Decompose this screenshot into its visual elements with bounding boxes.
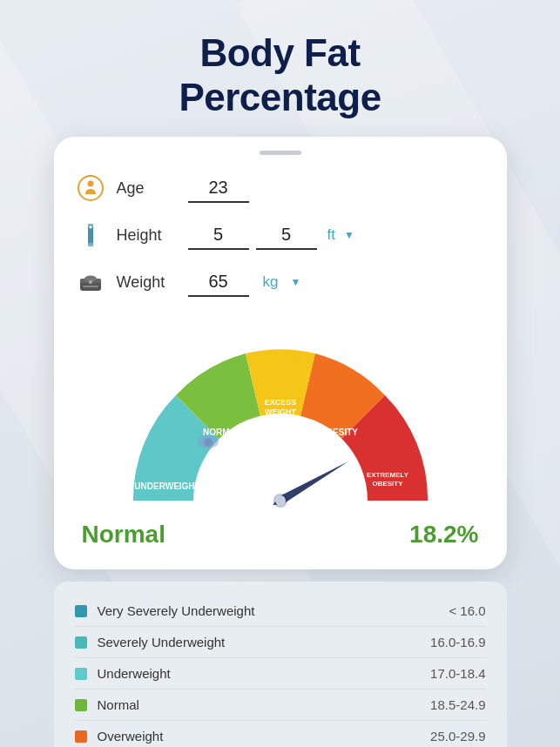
- svg-text:OBESITY: OBESITY: [372, 480, 403, 488]
- height-unit: ft: [327, 226, 335, 244]
- svg-point-4: [89, 226, 91, 229]
- legend-item-name: Underweight: [98, 666, 431, 681]
- weight-row: Weight kg ▼: [75, 266, 486, 298]
- drag-handle: [260, 151, 301, 155]
- legend-row: Normal 18.5-24.9: [75, 689, 486, 720]
- svg-text:UNDERWEIGHT: UNDERWEIGHT: [134, 481, 199, 491]
- main-card: Age Height ft ▼: [54, 137, 507, 569]
- legend-color-swatch: [75, 699, 87, 711]
- legend-item-range: 18.5-24.9: [430, 697, 485, 712]
- weight-unit: kg: [263, 273, 279, 291]
- age-input[interactable]: [188, 174, 249, 203]
- age-row: Age: [75, 172, 486, 204]
- legend-item-range: < 16.0: [449, 603, 485, 618]
- legend-item-range: 25.0-29.9: [430, 729, 485, 744]
- page-title: Body Fat Percentage: [179, 31, 381, 119]
- result-row: Normal 18.2%: [75, 521, 486, 548]
- svg-text:EXTREMELY: EXTREMELY: [366, 471, 408, 479]
- svg-point-0: [78, 176, 103, 200]
- svg-rect-9: [83, 286, 98, 287]
- svg-text:WEIGHT: WEIGHT: [265, 407, 296, 416]
- legend-color-swatch: [75, 668, 87, 680]
- weight-dropdown-arrow[interactable]: ▼: [290, 276, 300, 288]
- legend-color-swatch: [75, 730, 87, 743]
- height-icon-svg: [77, 221, 105, 249]
- svg-text:EXCESS: EXCESS: [264, 398, 296, 407]
- age-icon-svg: [77, 174, 105, 202]
- legend-row: Very Severely Underweight < 16.0: [75, 596, 486, 626]
- legend-item-name: Normal: [98, 697, 431, 712]
- legend-row: Underweight 17.0-18.4: [75, 657, 486, 689]
- weight-label: Weight: [117, 273, 178, 292]
- svg-text:OBESITY: OBESITY: [320, 427, 358, 437]
- legend-color-swatch: [75, 605, 87, 617]
- gauge-container: UNDERWEIGHT NORMAL EXCESS WEIGHT OBESITY…: [75, 313, 486, 514]
- legend-color-swatch: [75, 636, 87, 649]
- height-inches-input[interactable]: [256, 221, 317, 250]
- legend-row: Severely Underweight 16.0-16.9: [75, 626, 486, 657]
- height-dropdown-arrow[interactable]: ▼: [344, 229, 354, 241]
- height-row: Height ft ▼: [75, 219, 486, 251]
- legend-item-range: 16.0-16.9: [430, 635, 485, 649]
- weight-icon: [75, 266, 106, 298]
- height-label: Height: [117, 226, 178, 245]
- svg-point-10: [89, 280, 92, 284]
- title-section: Body Fat Percentage: [179, 0, 381, 137]
- legend-item-name: Severely Underweight: [98, 635, 431, 649]
- svg-point-1: [87, 181, 93, 187]
- svg-point-24: [204, 438, 213, 447]
- weight-icon-svg: [77, 268, 105, 296]
- height-icon: [75, 219, 106, 251]
- legend-card: Very Severely Underweight < 16.0 Severel…: [54, 582, 507, 747]
- weight-input[interactable]: [188, 268, 249, 297]
- legend-item-name: Very Severely Underweight: [98, 603, 449, 618]
- height-inputs: ft ▼: [188, 221, 486, 250]
- result-value: 18.2%: [409, 521, 478, 548]
- legend-row: Overweight 25.0-29.9: [75, 720, 486, 747]
- result-label: Normal: [82, 521, 165, 548]
- gauge-svg: UNDERWEIGHT NORMAL EXCESS WEIGHT OBESITY…: [93, 313, 468, 514]
- height-feet-input[interactable]: [188, 221, 249, 250]
- legend-item-range: 17.0-18.4: [430, 666, 485, 681]
- legend-item-name: Overweight: [98, 729, 431, 744]
- svg-rect-5: [88, 243, 93, 246]
- age-icon: [75, 172, 106, 204]
- age-label: Age: [117, 179, 178, 198]
